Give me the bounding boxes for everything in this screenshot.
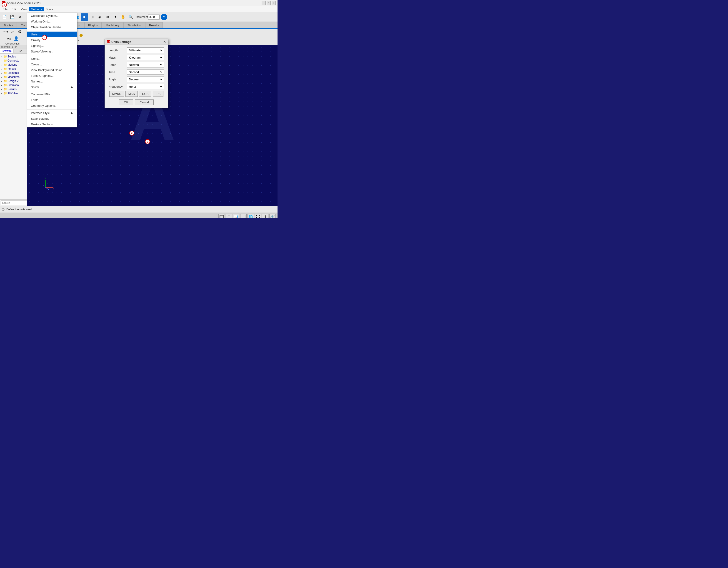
menu-edit[interactable]: Edit [10, 7, 18, 11]
menu-force-graphics[interactable]: Force Graphics... [27, 73, 77, 79]
tree-item-motions[interactable]: ▸ 📁 Motions [1, 63, 26, 67]
menu-colors[interactable]: Colors... [27, 62, 77, 67]
menu-save-settings[interactable]: Save Settings [27, 116, 77, 122]
tree-item-measures[interactable]: ▸ 📁 Measures [1, 75, 26, 79]
tab-bodies[interactable]: Bodies [0, 22, 17, 28]
menu-gravity[interactable]: Gravity... [27, 37, 77, 43]
menu-view[interactable]: View [19, 7, 29, 11]
toolbar-grid[interactable]: ⊞ [88, 13, 96, 21]
bottom-btn-4[interactable]: ⬜ [240, 214, 247, 218]
menu-units[interactable]: Units... [27, 32, 77, 37]
bottom-btn-3[interactable]: 📊 [233, 214, 239, 218]
construction-group: ⟿ ⤢ ⚙ xyz 👤 Construction [2, 29, 23, 45]
bottom-btn-2[interactable]: ⊞ [226, 214, 232, 218]
toolbar-rect[interactable]: ■ [81, 13, 88, 21]
tree-item-design-v[interactable]: ▸ 📁 Design V [1, 79, 26, 83]
toolbar-undo[interactable]: ↺ [16, 13, 24, 21]
menu-geometry-options[interactable]: Geometry Options... [27, 103, 77, 109]
toolbar-new[interactable]: 📄 [1, 13, 8, 21]
bottom-btn-1[interactable]: 🔲 [218, 214, 225, 218]
length-select[interactable]: Millimeter Centimeter Meter Inch Foot [127, 47, 164, 53]
toolbar-center[interactable]: ✦ [112, 13, 119, 21]
menu-view-background-color[interactable]: View Background Color... [27, 67, 77, 73]
tree-item-elements[interactable]: ▸ 📁 Elements [1, 71, 26, 75]
preset-ips[interactable]: IPS [153, 91, 163, 97]
tree-item-simulation[interactable]: ▸ 📁 Simulatio [1, 83, 26, 87]
tree-item-label: All Other [8, 92, 18, 95]
menu-icons[interactable]: Icons... [27, 56, 77, 62]
construction-btn-1[interactable]: ⟿ [2, 29, 9, 35]
tab-simulation[interactable]: Simulation [123, 22, 145, 28]
toolbar-save[interactable]: 💾 [9, 13, 16, 21]
cancel-button[interactable]: Cancel [135, 100, 153, 105]
menu-command-file[interactable]: Command File... [27, 92, 77, 97]
dialog-close-button[interactable]: ✕ [163, 40, 166, 44]
app-icon: Ad [2, 1, 5, 5]
expand-icon: ▸ [1, 88, 4, 91]
menu-file[interactable]: File [1, 7, 9, 11]
preset-mmks[interactable]: MMKS [109, 91, 124, 97]
maximize-button[interactable]: □ [267, 1, 271, 5]
menu-settings[interactable]: Settings [29, 7, 44, 11]
angle-select[interactable]: Degree Radian [127, 77, 164, 82]
increment-input[interactable] [148, 15, 160, 20]
tab-plugins[interactable]: Plugins [84, 22, 102, 28]
menu-working-grid[interactable]: Working Grid... [27, 19, 77, 24]
menu-object-position[interactable]: Object Position Handle... [27, 24, 77, 30]
tree-item-results[interactable]: ▸ 📁 Results [1, 87, 26, 91]
axes-indicator: y x z [43, 176, 57, 190]
panel-tab-browse[interactable]: Browse [0, 49, 14, 53]
panel-tab-groups[interactable]: Gr [14, 49, 27, 53]
construction-btn-5[interactable]: 👤 [13, 35, 20, 42]
bottom-btn-8[interactable]: 🔗 [269, 214, 276, 218]
tree-item-connectors[interactable]: ▸ 📁 Connecto [1, 59, 26, 63]
help-button[interactable]: ? [161, 14, 167, 20]
bottom-btn-6[interactable]: ⛶ [255, 214, 261, 218]
dialog-titlebar: Ad Units Settings ✕ [105, 39, 168, 45]
force-dropdown[interactable]: Newton Kilonewton Pound-force Dyne [128, 63, 163, 67]
preset-mks[interactable]: MKS [125, 91, 138, 97]
time-select[interactable]: Second Millisecond Minute [127, 69, 164, 75]
length-dropdown[interactable]: Millimeter Centimeter Meter Inch Foot [128, 48, 163, 52]
minimize-button[interactable]: − [262, 1, 266, 5]
tree-item-label: Elements [8, 71, 19, 75]
menu-lighting[interactable]: Lighting... [27, 43, 77, 49]
menu-solver[interactable]: Solver ▶ [27, 84, 77, 90]
axis-y-line [45, 180, 46, 188]
ok-button[interactable]: OK [119, 100, 133, 105]
mass-dropdown[interactable]: Kilogram Gram Pound Slug [128, 56, 163, 60]
time-dropdown[interactable]: Second Millisecond Minute [128, 70, 163, 74]
features-btn-3[interactable]: ⬣ [78, 32, 85, 38]
construction-btn-2[interactable]: ⤢ [9, 29, 16, 35]
menu-tools[interactable]: Tools [44, 7, 55, 11]
construction-btn-4[interactable]: xyz [5, 35, 12, 42]
title-bar-text: Adams View Adams 2020 [7, 1, 262, 5]
menu-fonts[interactable]: Fonts... [27, 97, 77, 103]
construction-btn-3[interactable]: ⚙ [16, 29, 23, 35]
bottom-btn-5[interactable]: 🌐 [248, 214, 254, 218]
tree-item-all-other[interactable]: ▸ 📁 All Other [1, 91, 26, 95]
frequency-dropdown[interactable]: Hertz RPM [128, 85, 163, 89]
preset-cgs[interactable]: CGS [139, 91, 151, 97]
status-icon: ⬡ [2, 208, 5, 211]
force-select[interactable]: Newton Kilonewton Pound-force Dyne [127, 62, 164, 67]
menu-interface-style[interactable]: Interface Style ▶ [27, 110, 77, 116]
menu-stereo-viewing[interactable]: Stereo Viewing... [27, 49, 77, 54]
mass-label: Mass [109, 56, 127, 59]
bottom-btn-7[interactable]: ℹ [262, 214, 268, 218]
tree-item-forces[interactable]: ▸ 📁 Forces [1, 67, 26, 71]
tab-machinery[interactable]: Machinery [102, 22, 123, 28]
tree-item-bodies[interactable]: ▸ 📁 Bodies [1, 55, 26, 59]
menu-names[interactable]: Names... [27, 79, 77, 84]
toolbar-iso[interactable]: ◈ [96, 13, 103, 21]
menu-restore-settings[interactable]: Restore Settings [27, 122, 77, 127]
toolbar-zoom[interactable]: 🔍 [127, 13, 134, 21]
mass-select[interactable]: Kilogram Gram Pound Slug [127, 55, 164, 60]
tab-results[interactable]: Results [145, 22, 163, 28]
close-button[interactable]: × [272, 1, 276, 5]
angle-dropdown[interactable]: Degree Radian [128, 77, 163, 81]
toolbar-pan[interactable]: ✋ [119, 13, 127, 21]
toolbar-target[interactable]: ⊕ [104, 13, 111, 21]
frequency-select[interactable]: Hertz RPM [127, 84, 164, 89]
menu-coordinate-system[interactable]: Coordinate System... [27, 13, 77, 19]
